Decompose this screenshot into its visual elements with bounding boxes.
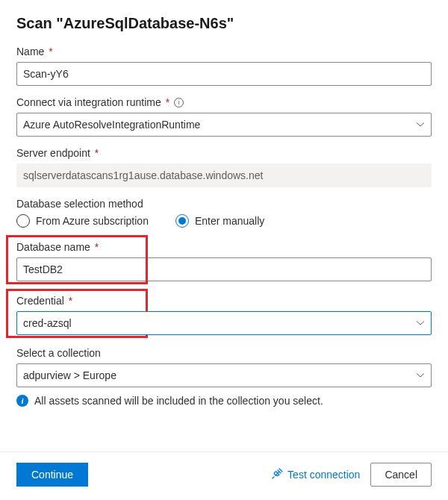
collection-info-text: All assets scanned will be included in t…	[34, 395, 323, 407]
cancel-button[interactable]: Cancel	[370, 463, 432, 487]
dbname-input[interactable]: TestDB2	[16, 257, 432, 281]
name-input[interactable]: Scan-yY6	[16, 62, 432, 86]
radio-enter-manually[interactable]: Enter manually	[175, 214, 264, 228]
endpoint-input: sqlserverdatascans1rg1ause.database.wind…	[16, 163, 432, 187]
endpoint-label: Server endpoint*	[16, 147, 432, 159]
collection-select[interactable]: adpurview > Europe	[16, 363, 432, 387]
divider	[0, 451, 448, 452]
info-icon: i	[16, 395, 28, 407]
collection-label: Select a collection	[16, 347, 432, 359]
runtime-label: Connect via integration runtime* i	[16, 96, 432, 108]
chevron-down-icon	[416, 120, 425, 129]
runtime-select[interactable]: Azure AutoResolveIntegrationRuntime	[16, 113, 432, 137]
plug-icon	[271, 468, 283, 482]
test-connection-button[interactable]: Test connection	[271, 468, 360, 482]
info-icon[interactable]: i	[174, 98, 184, 107]
name-label: Name*	[16, 46, 432, 57]
chevron-down-icon	[416, 319, 425, 328]
dbname-label: Database name*	[16, 241, 432, 253]
credential-select[interactable]: cred-azsql	[16, 311, 432, 335]
credential-label: Credential*	[16, 295, 432, 307]
chevron-down-icon	[416, 371, 425, 380]
continue-button[interactable]: Continue	[16, 463, 88, 487]
radio-from-subscription[interactable]: From Azure subscription	[16, 214, 149, 228]
page-title: Scan "AzureSqlDatabase-N6s"	[16, 15, 432, 32]
dbmethod-label: Database selection method	[16, 198, 432, 210]
